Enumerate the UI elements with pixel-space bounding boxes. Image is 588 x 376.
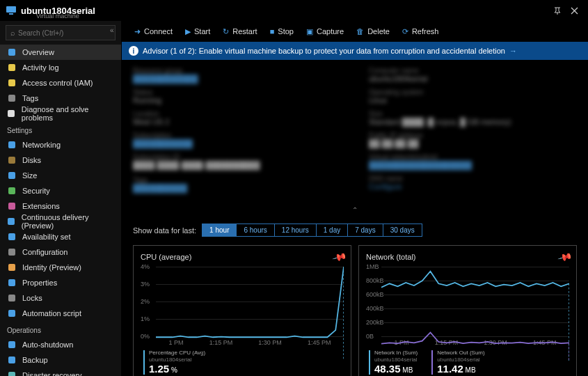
identity-icon bbox=[7, 263, 17, 272]
time-range-1-hour[interactable]: 1 hour bbox=[202, 224, 237, 237]
sidebar-item-label: Availability set bbox=[22, 233, 71, 241]
sidebar-item-label: Diagnose and solve problems bbox=[22, 105, 114, 122]
time-range-label: Show data for last: bbox=[133, 226, 196, 235]
sidebar-item-networking[interactable]: Networking bbox=[0, 137, 121, 152]
script-icon bbox=[7, 308, 17, 318]
collapse-essentials-icon[interactable]: ⌃ bbox=[133, 205, 577, 215]
essentials-section: Resource group████████████ StatusRunning… bbox=[133, 67, 577, 198]
sidebar-item-access-control-iam-[interactable]: Access control (IAM) bbox=[0, 75, 121, 91]
avail-icon bbox=[7, 232, 17, 242]
sidebar-item-disks[interactable]: Disks bbox=[0, 152, 121, 168]
legend-value: 48.35 MB bbox=[374, 363, 418, 375]
svg-rect-18 bbox=[8, 310, 15, 317]
svg-rect-21 bbox=[8, 372, 15, 376]
svg-rect-1 bbox=[9, 13, 13, 15]
sidebar-item-activity-log[interactable]: Activity log bbox=[0, 60, 121, 75]
search-box[interactable]: ⌕ bbox=[6, 25, 116, 40]
svg-rect-17 bbox=[8, 295, 15, 301]
start-button[interactable]: ▶Start bbox=[180, 23, 216, 40]
trash-icon: 🗑 bbox=[356, 27, 364, 36]
charts-row: CPU (average) 📌 0%1%2%3%4% 1 PM1:15 PM1:… bbox=[133, 245, 577, 376]
page-subtitle: Virtual machine bbox=[36, 13, 79, 19]
ext-icon bbox=[7, 201, 17, 211]
delete-button[interactable]: 🗑Delete bbox=[351, 23, 395, 40]
sidebar-item-identity-preview-[interactable]: Identity (Preview) bbox=[0, 260, 121, 275]
pin-chart-icon[interactable]: 📌 bbox=[331, 249, 347, 265]
advisor-banner[interactable]: i Advisor (1 of 2): Enable virtual machi… bbox=[122, 42, 588, 60]
sidebar-item-disaster-recovery[interactable]: Disaster recovery bbox=[0, 368, 121, 376]
search-icon: ⌕ bbox=[10, 29, 15, 37]
svg-rect-2 bbox=[8, 49, 15, 56]
chart-area[interactable]: 0%1%2%3%4% bbox=[141, 267, 344, 336]
sidebar-item-locks[interactable]: Locks bbox=[0, 290, 121, 306]
titlebar: ubuntu1804serial Virtual machine bbox=[0, 0, 588, 21]
time-range-6-hours[interactable]: 6 hours bbox=[236, 224, 274, 237]
sidebar-item-extensions[interactable]: Extensions bbox=[0, 198, 121, 214]
sidebar-item-continuous-delivery-preview-[interactable]: Continuous delivery (Preview) bbox=[0, 214, 121, 229]
network-icon bbox=[7, 140, 17, 150]
advisor-text: Advisor (1 of 2): Enable virtual machine… bbox=[143, 47, 505, 55]
size-icon bbox=[7, 171, 17, 180]
svg-rect-20 bbox=[8, 357, 15, 363]
refresh-button[interactable]: ⟳Refresh bbox=[397, 23, 445, 40]
props-icon bbox=[7, 278, 17, 288]
stop-button[interactable]: ■Stop bbox=[264, 23, 299, 40]
chart-title: CPU (average) bbox=[141, 253, 344, 261]
main-panel: ➜Connect ▶Start ↻Restart ■Stop ▣Capture … bbox=[122, 21, 588, 376]
sidebar: ⌕ « Overview Activity log Access control… bbox=[0, 21, 122, 376]
sidebar-item-label: Disaster recovery bbox=[22, 371, 82, 376]
sidebar-item-label: Properties bbox=[22, 279, 57, 287]
chart-area[interactable]: 0B200kB400kB600kB800kB1MB bbox=[366, 267, 569, 336]
sidebar-item-backup[interactable]: Backup bbox=[0, 352, 121, 368]
iam-icon bbox=[7, 78, 17, 88]
sidebar-item-label: Security bbox=[22, 187, 50, 195]
sidebar-item-availability-set[interactable]: Availability set bbox=[0, 229, 121, 244]
arrow-right-icon: → bbox=[509, 47, 517, 55]
sidebar-item-automation-script[interactable]: Automation script bbox=[0, 306, 121, 321]
backup-icon bbox=[7, 355, 17, 365]
autoshut-icon bbox=[7, 340, 17, 350]
sidebar-item-diagnose-and-solve-problems[interactable]: Diagnose and solve problems bbox=[0, 106, 121, 121]
restart-button[interactable]: ↻Restart bbox=[217, 23, 262, 40]
vm-icon bbox=[6, 5, 17, 16]
refresh-icon: ⟳ bbox=[402, 27, 408, 36]
svg-rect-13 bbox=[8, 233, 15, 240]
restart-icon: ↻ bbox=[223, 27, 229, 36]
sidebar-item-auto-shutdown[interactable]: Auto-shutdown bbox=[0, 337, 121, 352]
svg-rect-0 bbox=[6, 6, 16, 13]
svg-rect-9 bbox=[8, 172, 15, 179]
sidebar-item-overview[interactable]: Overview bbox=[0, 45, 121, 60]
sidebar-item-security[interactable]: Security bbox=[0, 183, 121, 198]
time-range-12-hours[interactable]: 12 hours bbox=[274, 224, 317, 237]
svg-rect-10 bbox=[8, 187, 15, 194]
time-range-7-days[interactable]: 7 days bbox=[347, 224, 383, 237]
security-icon bbox=[7, 186, 17, 196]
sidebar-item-label: Identity (Preview) bbox=[22, 263, 81, 272]
activity-icon bbox=[7, 63, 17, 72]
svg-rect-7 bbox=[8, 141, 15, 148]
stop-icon: ■ bbox=[270, 27, 275, 36]
search-input[interactable] bbox=[18, 29, 111, 37]
sidebar-item-size[interactable]: Size bbox=[0, 168, 121, 183]
sidebar-item-configuration[interactable]: Configuration bbox=[0, 244, 121, 260]
sidebar-item-properties[interactable]: Properties bbox=[0, 275, 121, 290]
sidebar-item-label: Extensions bbox=[22, 202, 60, 210]
sidebar-item-tags[interactable]: Tags bbox=[0, 91, 121, 106]
svg-rect-6 bbox=[8, 110, 15, 117]
connect-button[interactable]: ➜Connect bbox=[129, 23, 178, 40]
svg-rect-4 bbox=[8, 79, 15, 86]
close-icon[interactable] bbox=[566, 2, 582, 19]
sidebar-item-label: Automation script bbox=[22, 309, 81, 318]
collapse-sidebar-icon[interactable]: « bbox=[110, 26, 114, 34]
capture-button[interactable]: ▣Capture bbox=[301, 23, 349, 40]
disks-icon bbox=[7, 155, 17, 165]
svg-rect-15 bbox=[8, 264, 15, 271]
config-icon bbox=[7, 247, 17, 257]
sidebar-item-label: Backup bbox=[22, 356, 48, 364]
pin-window-icon[interactable] bbox=[549, 2, 566, 19]
time-range-30-days[interactable]: 30 days bbox=[383, 224, 422, 237]
time-range-1-day[interactable]: 1 day bbox=[316, 224, 348, 237]
time-range-selector: Show data for last: 1 hour6 hours12 hour… bbox=[133, 224, 577, 237]
pin-chart-icon[interactable]: 📌 bbox=[557, 249, 573, 265]
sidebar-item-label: Size bbox=[22, 171, 37, 180]
